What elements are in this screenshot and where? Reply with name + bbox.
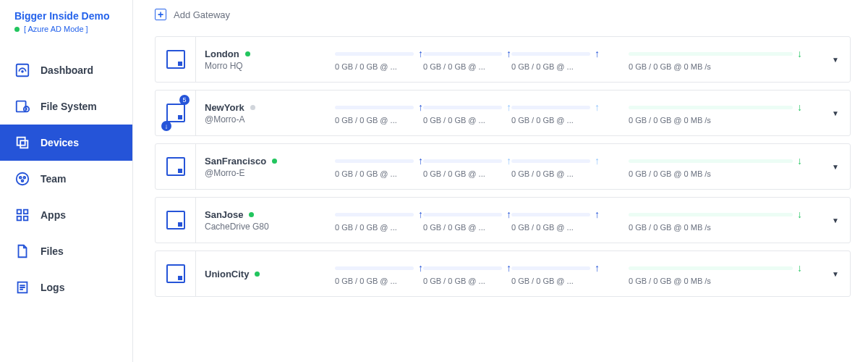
progress-bar — [629, 266, 793, 270]
upload-stat: ↑0 GB / 0 GB @ ... — [511, 262, 600, 285]
gateway-name-cell: SanFrancisco@Morro-E — [205, 156, 335, 178]
add-gateway-button[interactable]: + Add Gateway — [155, 6, 230, 23]
stat-text: 0 GB / 0 GB @ 0 MB /s — [629, 169, 802, 178]
arrow-up-icon: ↑ — [418, 155, 423, 167]
gateway-row-body: SanJoseCacheDrive G80↑0 GB / 0 GB @ ...↑… — [196, 198, 821, 243]
stat-text: 0 GB / 0 GB @ 0 MB /s — [629, 116, 802, 125]
gateway-subname: @Morro-A — [205, 114, 335, 125]
status-dot-icon — [250, 105, 255, 110]
arrow-up-icon: ↑ — [595, 101, 600, 113]
gateway-row-body: UnionCity↑0 GB / 0 GB @ ...↑0 GB / 0 GB … — [196, 251, 821, 296]
progress-bar — [629, 213, 793, 216]
sidebar-item-files[interactable]: Files — [0, 233, 132, 269]
sidebar-item-filesystem[interactable]: File System — [0, 88, 132, 125]
upload-stat: ↑0 GB / 0 GB @ ... — [423, 48, 511, 71]
arrow-up-icon: ↑ — [418, 209, 423, 220]
upload-stat: ↑0 GB / 0 GB @ ... — [511, 155, 600, 178]
svg-point-6 — [17, 173, 29, 185]
progress-bar — [511, 266, 590, 270]
gateway-icon-cell[interactable] — [156, 37, 196, 82]
upload-stat: ↑0 GB / 0 GB @ ... — [335, 155, 423, 178]
arrow-down-icon: ↓ — [797, 209, 802, 220]
download-stat: ↓0 GB / 0 GB @ 0 MB /s — [629, 101, 802, 125]
stat-text: 0 GB / 0 GB @ ... — [335, 277, 423, 285]
nav-label: Team — [41, 173, 67, 185]
status-dot-icon — [245, 51, 250, 56]
expand-toggle[interactable]: ▼ — [821, 144, 850, 189]
expand-toggle[interactable]: ▼ — [821, 198, 850, 243]
upload-stat: ↑0 GB / 0 GB @ ... — [335, 209, 423, 232]
download-stat: ↓0 GB / 0 GB @ 0 MB /s — [629, 155, 802, 178]
apps-icon — [14, 207, 30, 223]
upload-stat: ↑0 GB / 0 GB @ ... — [511, 48, 600, 71]
upload-stat: ↑0 GB / 0 GB @ ... — [423, 209, 511, 232]
arrow-up-icon: ↑ — [595, 262, 600, 274]
sidebar-item-apps[interactable]: Apps — [0, 197, 132, 233]
gateway-name-cell: SanJoseCacheDrive G80 — [205, 209, 335, 232]
expand-toggle[interactable]: ▼ — [821, 37, 850, 82]
gateway-name: London — [205, 49, 239, 59]
progress-bar — [423, 159, 502, 163]
progress-bar — [511, 159, 590, 163]
stat-text: 0 GB / 0 GB @ ... — [511, 169, 600, 178]
upload-stat: ↑0 GB / 0 GB @ ... — [423, 262, 511, 285]
progress-bar — [423, 106, 502, 109]
gateway-row: UnionCity↑0 GB / 0 GB @ ...↑0 GB / 0 GB … — [155, 251, 851, 297]
gauge-icon — [14, 62, 30, 78]
progress-bar — [423, 266, 502, 270]
progress-bar — [423, 213, 502, 216]
stat-text: 0 GB / 0 GB @ ... — [335, 116, 423, 125]
arrow-down-icon: ↓ — [797, 262, 802, 274]
status-dot-icon — [14, 27, 20, 32]
stat-text: 0 GB / 0 GB @ ... — [335, 223, 423, 232]
upload-stat: ↑0 GB / 0 GB @ ... — [335, 262, 423, 285]
stat-text: 0 GB / 0 GB @ ... — [423, 223, 511, 232]
add-gateway-label: Add Gateway — [174, 9, 230, 20]
arrow-up-icon: ↑ — [418, 101, 423, 113]
download-stat: ↓0 GB / 0 GB @ 0 MB /s — [629, 48, 802, 71]
stat-text: 0 GB / 0 GB @ ... — [423, 116, 511, 125]
upload-stat: ↑0 GB / 0 GB @ ... — [423, 101, 511, 125]
devices-icon — [14, 135, 30, 151]
gateway-name-cell: UnionCity — [205, 269, 335, 279]
gateway-icon-cell[interactable] — [156, 251, 196, 296]
download-stat: ↓0 GB / 0 GB @ 0 MB /s — [629, 209, 802, 232]
expand-toggle[interactable]: ▼ — [821, 251, 850, 296]
progress-bar — [423, 52, 502, 56]
stat-text: 0 GB / 0 GB @ ... — [335, 62, 423, 71]
arrow-up-icon: ↑ — [595, 48, 600, 59]
arrow-up-icon: ↑ — [506, 48, 511, 59]
progress-bar — [629, 106, 793, 109]
gateway-icon-cell[interactable] — [156, 198, 196, 243]
stat-text: 0 GB / 0 GB @ ... — [335, 169, 423, 178]
filesystem-icon — [14, 98, 30, 114]
arrow-down-icon: ↓ — [797, 48, 802, 59]
arrow-up-icon: ↑ — [506, 209, 511, 220]
gateway-name: NewYork — [205, 102, 244, 113]
sidebar-item-devices[interactable]: Devices — [0, 125, 132, 161]
arrow-up-icon: ↑ — [418, 262, 423, 274]
logs-icon — [14, 279, 30, 295]
plus-square-icon: + — [155, 9, 166, 20]
expand-toggle[interactable]: ▼ — [821, 90, 850, 135]
svg-point-1 — [22, 71, 23, 72]
svg-point-8 — [23, 177, 25, 179]
gateway-row: LondonMorro HQ↑0 GB / 0 GB @ ...↑0 GB / … — [155, 36, 851, 83]
status-dot-icon — [272, 159, 277, 164]
upload-stat: ↑0 GB / 0 GB @ ... — [423, 155, 511, 178]
svg-point-7 — [20, 177, 22, 179]
gateway-icon-cell[interactable]: 5↓ — [156, 90, 196, 135]
gateway-name: SanFrancisco — [205, 156, 266, 167]
nav-label: Apps — [41, 209, 66, 221]
gateway-icon — [166, 157, 185, 176]
sidebar-item-dashboard[interactable]: Dashboard — [0, 52, 132, 88]
progress-bar — [511, 52, 590, 56]
sidebar-item-team[interactable]: Team — [0, 161, 132, 197]
brand-block: Bigger Inside Demo [ Azure AD Mode ] — [0, 0, 132, 38]
stat-text: 0 GB / 0 GB @ 0 MB /s — [629, 223, 802, 232]
sidebar-item-logs[interactable]: Logs — [0, 269, 132, 306]
gateway-icon-cell[interactable] — [156, 144, 196, 189]
brand-subtitle: [ Azure AD Mode ] — [14, 25, 118, 33]
arrow-up-icon: ↑ — [506, 101, 511, 113]
notification-badge: 5 — [179, 95, 190, 105]
